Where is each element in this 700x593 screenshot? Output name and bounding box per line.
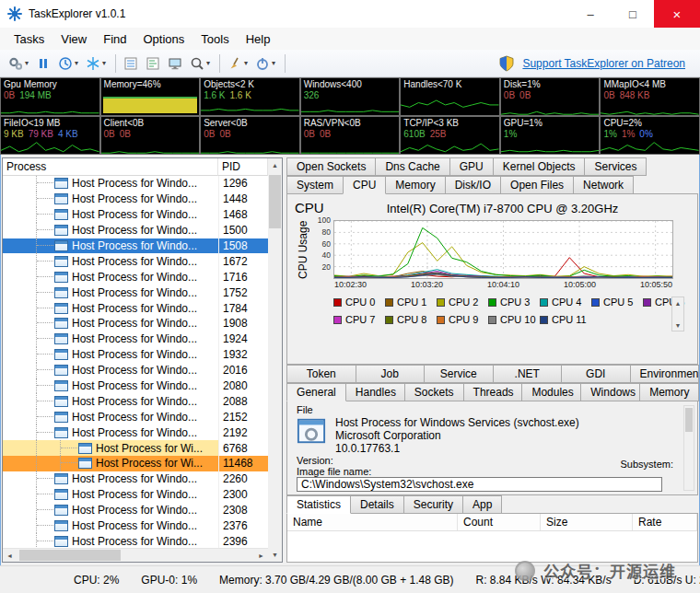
tab-app[interactable]: App xyxy=(462,495,502,514)
legend-item[interactable]: CPU 1 xyxy=(385,296,437,308)
tab-job[interactable]: Job xyxy=(356,365,426,383)
process-pid-cell[interactable]: 2088 xyxy=(218,393,268,409)
process-pid-cell[interactable]: 2260 xyxy=(218,471,268,487)
tab-handles[interactable]: Handles xyxy=(345,383,405,401)
perf-tile[interactable]: Disk=1%0B0B xyxy=(500,77,601,116)
stats-column-count[interactable]: Count xyxy=(458,514,541,530)
tab-system[interactable]: System xyxy=(286,176,344,194)
scroll-left-button[interactable] xyxy=(3,549,17,562)
menu-item-view[interactable]: View xyxy=(52,29,95,49)
perf-tile[interactable]: Client<0B0B0B xyxy=(100,116,201,155)
legend-item[interactable]: CPU 5 xyxy=(591,296,643,308)
process-name-cell[interactable]: Host Process for Windo... xyxy=(3,378,218,394)
tab-disk-io[interactable]: Disk/IO xyxy=(445,176,501,194)
process-row[interactable]: Host Process for Windo...2192 xyxy=(3,424,268,440)
process-row[interactable]: Host Process for Windo...2300 xyxy=(3,487,268,503)
process-pid-cell[interactable]: 2396 xyxy=(218,533,268,548)
stats-column-size[interactable]: Size xyxy=(541,514,633,530)
tab-details[interactable]: Details xyxy=(350,495,404,514)
tab-statistics[interactable]: Statistics xyxy=(286,495,351,514)
perf-tile[interactable]: FileIO<19 MB9 KB79 KB4 KB xyxy=(0,116,100,155)
stats-column-name[interactable]: Name xyxy=(287,514,458,530)
scroll-down-button[interactable] xyxy=(268,548,282,562)
process-pid-cell[interactable]: 1468 xyxy=(218,207,268,223)
process-name-cell[interactable]: Host Process for Windo... xyxy=(3,409,218,424)
menu-item-tools[interactable]: Tools xyxy=(192,29,237,49)
process-row[interactable]: Host Process for Windo...1716 xyxy=(3,269,268,285)
scroll-down-button[interactable] xyxy=(672,320,683,331)
scrollbar-track[interactable] xyxy=(268,172,282,548)
scroll-right-button[interactable] xyxy=(254,549,268,562)
perf-tile[interactable]: Gpu Memory0B194 MB xyxy=(0,77,100,116)
process-pid-cell[interactable]: 1924 xyxy=(218,331,268,347)
patreon-link[interactable]: Support TaskExplorer on Patreon xyxy=(522,57,685,70)
tab-services[interactable]: Services xyxy=(584,157,647,176)
process-name-cell[interactable]: Host Process for Windo... xyxy=(3,316,218,331)
tab-cpu[interactable]: CPU xyxy=(343,176,386,194)
process-row[interactable]: Host Process for Windo...2260 xyxy=(3,471,268,487)
process-pid-cell[interactable]: 1448 xyxy=(218,192,268,207)
process-name-cell[interactable]: Host Process for Wi... xyxy=(3,456,218,471)
tab-open-files[interactable]: Open Files xyxy=(500,176,574,194)
process-row[interactable]: Host Process for Windo...1500 xyxy=(3,223,268,238)
process-row[interactable]: Host Process for Windo...1908 xyxy=(3,316,268,331)
process-name-cell[interactable]: Host Process for Windo... xyxy=(3,269,218,285)
process-name-cell[interactable]: Host Process for Wi... xyxy=(3,440,218,456)
tab-general[interactable]: General xyxy=(286,383,346,401)
process-name-cell[interactable]: Host Process for Windo... xyxy=(3,253,218,269)
process-row[interactable]: Host Process for Windo...2016 xyxy=(3,363,268,378)
process-name-cell[interactable]: Host Process for Windo... xyxy=(3,192,218,207)
tasks-list-button[interactable] xyxy=(121,52,141,75)
process-name-cell[interactable]: Host Process for Windo... xyxy=(3,300,218,316)
general-scrollbar[interactable] xyxy=(683,405,694,491)
process-name-cell[interactable]: Host Process for Windo... xyxy=(3,471,218,487)
process-row[interactable]: Host Process for Windo...1468 xyxy=(3,207,268,223)
tab-network[interactable]: Network xyxy=(573,176,634,194)
scrollbar-thumb[interactable] xyxy=(19,550,121,561)
perf-tile[interactable]: Server<0B0B0B xyxy=(200,116,300,155)
perf-tile[interactable]: Objects<2 K1.6 K1.6 K xyxy=(200,77,300,116)
process-row[interactable]: Host Process for Windo...1296 xyxy=(3,176,268,192)
process-column-header[interactable]: Process xyxy=(3,158,218,176)
perf-tile[interactable]: Handles<70 K xyxy=(400,77,500,116)
maximize-button[interactable]: □ xyxy=(612,0,654,28)
tab-threads[interactable]: Threads xyxy=(463,383,523,401)
freeze-button[interactable]: ▾ xyxy=(83,52,109,75)
process-row[interactable]: Host Process for Windo...1932 xyxy=(3,347,268,363)
process-row[interactable]: Host Process for Windo...2152 xyxy=(3,409,268,424)
menu-item-help[interactable]: Help xyxy=(238,29,279,49)
process-name-cell[interactable]: Host Process for Windo... xyxy=(3,518,218,534)
process-pid-cell[interactable]: 2016 xyxy=(218,363,268,378)
scroll-up-button[interactable] xyxy=(672,297,683,308)
process-row[interactable]: Host Process for Windo...2376 xyxy=(3,518,268,534)
legend-item[interactable]: CPU 9 xyxy=(437,314,488,325)
process-pid-cell[interactable]: 1500 xyxy=(218,223,268,238)
perf-tile[interactable]: MMapIO<4 MB0B848 KB xyxy=(600,77,700,116)
legend-item[interactable]: CPU 4 xyxy=(540,296,591,308)
process-horizontal-scrollbar[interactable] xyxy=(3,548,268,562)
scrollbar-track[interactable] xyxy=(17,549,254,562)
power-options-button[interactable]: ▾ xyxy=(252,52,278,75)
process-row[interactable]: Host Process for Windo...1924 xyxy=(3,331,268,347)
process-name-cell[interactable]: Host Process for Windo... xyxy=(3,331,218,347)
menu-item-tasks[interactable]: Tasks xyxy=(6,29,52,49)
tab-service[interactable]: Service xyxy=(424,365,494,383)
process-pid-cell[interactable]: 1508 xyxy=(218,238,268,254)
tab-gpu[interactable]: GPU xyxy=(449,157,494,176)
process-pid-cell[interactable]: 11468 xyxy=(218,456,268,471)
process-pid-cell[interactable]: 2152 xyxy=(218,409,268,424)
image-path-field[interactable]: C:\Windows\System32\svchost.exe xyxy=(297,477,662,492)
cleanup-button[interactable]: ▾ xyxy=(225,52,251,75)
tab-memory[interactable]: Memory xyxy=(385,176,445,194)
tab--net[interactable]: .NET xyxy=(493,365,563,383)
process-row[interactable]: Host Process for Wi...6768 xyxy=(3,440,268,456)
perf-tile[interactable]: GPU=1%1% xyxy=(500,116,601,155)
settings-button[interactable]: ▾ xyxy=(6,52,31,75)
process-name-cell[interactable]: Host Process for Windo... xyxy=(3,424,218,440)
perf-tile[interactable]: CPU=2%1%1%0% xyxy=(600,116,700,155)
tab-environment[interactable]: Environment xyxy=(630,365,700,383)
legend-item[interactable]: CPU 0 xyxy=(333,296,385,308)
tab-open-sockets[interactable]: Open Sockets xyxy=(286,157,376,176)
system-report-button[interactable] xyxy=(143,52,163,75)
process-row[interactable]: Host Process for Windo...1508 xyxy=(3,238,268,254)
